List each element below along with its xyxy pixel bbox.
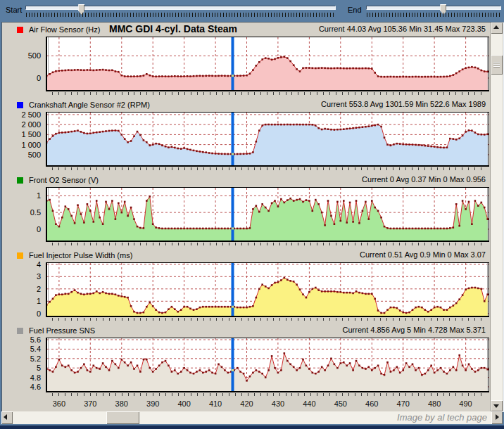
plot-area[interactable] <box>46 112 489 167</box>
y-axis-label: 500 <box>28 51 41 60</box>
chart-panel: Front O2 Sensor (V) Current 0 Avg 0.37 M… <box>2 173 490 248</box>
chart-panel: Fuel Injector Pulse Width (ms) Current 0… <box>2 248 490 324</box>
x-axis-label: 400 <box>177 399 190 408</box>
plot-area[interactable] <box>46 338 489 392</box>
y-axis-label: 1 <box>37 297 41 305</box>
cursor-data-point <box>232 369 234 371</box>
sensor-stats: Current 0.51 Avg 0.9 Min 0 Max 3.07 <box>360 250 486 259</box>
start-slider[interactable] <box>25 4 336 20</box>
data-series <box>47 37 489 90</box>
scroll-right-button[interactable] <box>491 411 503 424</box>
plot-row: 5.65.45.254.84.6 <box>2 338 490 392</box>
y-axis-label: 4 <box>37 260 41 269</box>
x-axis-label: 420 <box>240 399 253 408</box>
plot-area[interactable] <box>46 37 489 91</box>
sensor-stats: Current 553.8 Avg 1301.59 Min 522.6 Max … <box>321 100 486 108</box>
plot-area[interactable] <box>46 187 489 242</box>
y-axis: 43210 <box>2 262 46 317</box>
x-axis-label: 460 <box>365 399 378 408</box>
legend-swatch <box>17 102 23 108</box>
scroll-down-button[interactable] <box>491 400 503 411</box>
v-scrollbar[interactable] <box>490 23 503 411</box>
end-slider-ticks <box>367 13 500 17</box>
window-bottom-edge <box>0 425 504 429</box>
plot-row: 2 5002 0001 5001 000500 <box>2 112 490 167</box>
y-axis-label: 1 500 <box>21 130 41 139</box>
plot-row: 43210 <box>2 262 490 317</box>
legend-swatch <box>17 177 23 184</box>
x-axis-label: 430 <box>272 399 284 408</box>
panel-header: Crankshaft Angle Sensor #2 (RPM) Current… <box>2 98 490 112</box>
data-series <box>47 338 489 391</box>
scroll-up-button[interactable] <box>491 23 503 34</box>
y-axis-label: 4.6 <box>30 383 41 391</box>
legend-swatch <box>17 252 23 259</box>
y-axis-label: 0.5 <box>30 208 41 217</box>
x-axis-ticks <box>46 167 483 173</box>
start-slider-ticks <box>26 13 335 17</box>
x-axis-label: 450 <box>334 399 347 408</box>
x-axis-label: 470 <box>397 399 410 408</box>
y-axis-label: 5 <box>37 364 41 372</box>
scroll-left-button[interactable] <box>1 411 13 424</box>
data-series <box>47 188 489 241</box>
thumb-grip-icon <box>493 62 500 68</box>
x-axis-ticks <box>46 242 483 248</box>
sensor-name: Front O2 Sensor (V) <box>29 176 99 184</box>
cursor-line <box>232 338 234 391</box>
y-axis-label: 4.8 <box>30 373 41 382</box>
sensor-stats: Current 4.856 Avg 5 Min 4.728 Max 5.371 <box>343 326 486 334</box>
y-axis-label: 5.6 <box>30 335 41 344</box>
sensor-name: Crankshaft Angle Sensor #2 (RPM) <box>29 101 150 109</box>
cursor-data-point <box>232 306 234 308</box>
v-scrollbar-track[interactable] <box>491 34 503 400</box>
start-slider-label: Start <box>6 6 22 14</box>
x-axis-labels: 3603703803904004104204304404504604704804… <box>2 399 490 410</box>
cursor-data-point <box>232 75 234 77</box>
x-axis-label: 390 <box>146 399 159 408</box>
data-series <box>47 113 489 165</box>
plot-row: 5000 <box>2 37 490 91</box>
cursor-line <box>232 37 234 90</box>
panel-header: Front O2 Sensor (V) Current 0 Avg 0.37 M… <box>2 173 490 187</box>
cursor-line <box>232 188 234 241</box>
x-axis-label: 410 <box>209 399 222 408</box>
y-axis-label: 5.2 <box>30 354 41 363</box>
h-scrollbar-thumb[interactable] <box>106 411 139 424</box>
sensor-name: Air Flow Sensor (Hz) <box>29 25 100 34</box>
sensor-stats: Current 44.03 Avg 105.36 Min 31.45 Max 7… <box>319 25 486 33</box>
v-scrollbar-thumb[interactable] <box>491 55 503 75</box>
end-slider-track[interactable] <box>366 6 501 10</box>
panel-header: Fuel Pressure SNS Current 4.856 Avg 5 Mi… <box>2 324 490 338</box>
y-axis-label: 1 000 <box>21 141 41 149</box>
h-scrollbar[interactable]: Image by al tech page <box>1 411 503 424</box>
y-axis-label: 0 <box>37 309 41 318</box>
cursor-data-point <box>232 227 234 229</box>
sensor-name: Fuel Pressure SNS <box>29 326 95 335</box>
x-axis-label: 440 <box>303 399 315 408</box>
plot-area[interactable] <box>46 262 489 317</box>
cursor-line <box>232 113 234 165</box>
charts-frame: Air Flow Sensor (Hz) MMC GDI 4-cyl. Data… <box>1 22 504 412</box>
y-axis: 10.50 <box>2 187 46 242</box>
chart-title: MMC GDI 4-cyl. Data Steam <box>109 23 237 34</box>
y-axis-label: 3 <box>37 272 41 281</box>
x-axis-label: 490 <box>459 399 472 408</box>
y-axis-label: 5.4 <box>30 345 41 353</box>
h-scrollbar-track[interactable]: Image by al tech page <box>13 411 491 424</box>
x-axis-label: 370 <box>84 399 96 408</box>
y-axis-label: 0 <box>37 74 41 82</box>
panel-header: Air Flow Sensor (Hz) MMC GDI 4-cyl. Data… <box>2 23 490 37</box>
up-arrow-icon <box>493 25 499 29</box>
panel-header: Fuel Injector Pulse Width (ms) Current 0… <box>2 248 490 262</box>
data-series <box>47 263 489 316</box>
end-slider[interactable] <box>366 4 501 20</box>
down-arrow-icon <box>493 404 499 408</box>
y-axis: 2 5002 0001 5001 000500 <box>2 112 46 167</box>
start-slider-track[interactable] <box>25 6 336 10</box>
y-axis-label: 2 500 <box>21 110 41 119</box>
watermark-text: Image by al tech page <box>397 412 487 423</box>
x-axis-label: 480 <box>428 399 441 408</box>
x-axis-ticks <box>46 91 483 98</box>
y-axis-label: 1 <box>37 191 41 200</box>
